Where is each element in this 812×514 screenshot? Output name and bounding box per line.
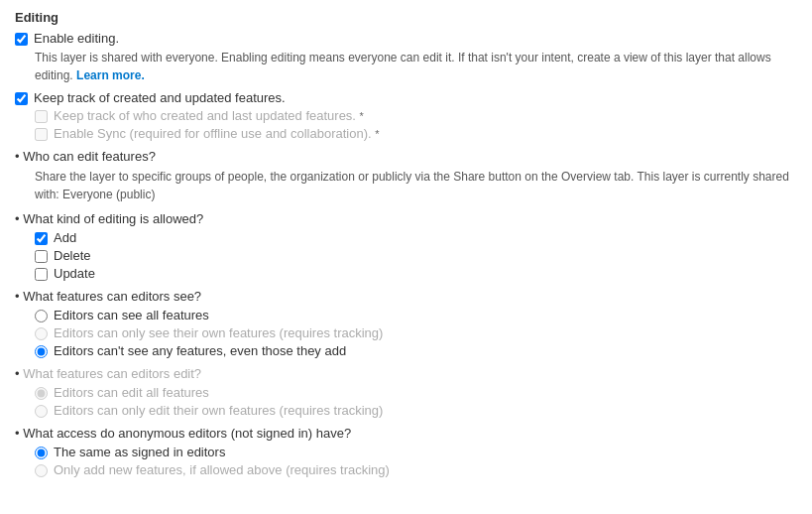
enable-sync-row: Enable Sync (required for offline use an…	[35, 126, 797, 141]
edit-all-radio[interactable]	[35, 387, 48, 400]
edit-own-radio[interactable]	[35, 405, 48, 418]
see-all-row: Editors can see all features	[35, 308, 797, 322]
keep-track-who-row: Keep track of who created and last updat…	[35, 108, 797, 123]
who-can-edit-section: Who can edit features? Share the layer t…	[15, 149, 797, 203]
who-can-edit-label: Who can edit features?	[15, 149, 797, 164]
enable-editing-row: Enable editing.	[15, 31, 797, 46]
same-as-signed-in-row: The same as signed in editors	[35, 445, 797, 459]
learn-more-link[interactable]: Learn more.	[76, 68, 145, 82]
keep-track-label[interactable]: Keep track of created and updated featur…	[34, 90, 286, 105]
see-none-radio[interactable]	[35, 345, 48, 358]
enable-sync-label: Enable Sync (required for offline use an…	[54, 126, 380, 141]
section-title: Editing	[15, 10, 797, 25]
update-checkbox[interactable]	[35, 268, 48, 281]
kind-of-editing-label: What kind of editing is allowed?	[15, 211, 797, 226]
keep-track-checkbox[interactable]	[15, 92, 28, 105]
same-as-signed-in-label[interactable]: The same as signed in editors	[54, 445, 225, 459]
add-label[interactable]: Add	[54, 230, 76, 245]
features-editors-see-label: What features can editors see?	[15, 289, 797, 304]
edit-all-row: Editors can edit all features	[35, 385, 797, 400]
delete-row: Delete	[35, 248, 797, 263]
see-all-radio[interactable]	[35, 310, 48, 322]
anonymous-access-section: What access do anonymous editors (not si…	[15, 426, 797, 477]
see-none-row: Editors can't see any features, even tho…	[35, 343, 797, 358]
editing-section: Editing Enable editing. This layer is sh…	[15, 10, 797, 477]
edit-own-row: Editors can only edit their own features…	[35, 403, 797, 418]
keep-track-row: Keep track of created and updated featur…	[15, 90, 797, 105]
enable-editing-info: This layer is shared with everyone. Enab…	[35, 49, 797, 84]
features-editors-edit-label: What features can editors edit?	[15, 366, 797, 381]
features-editors-see-section: What features can editors see? Editors c…	[15, 289, 797, 358]
enable-sync-checkbox[interactable]	[35, 128, 48, 141]
see-own-label: Editors can only see their own features …	[54, 325, 383, 340]
enable-editing-checkbox[interactable]	[15, 33, 28, 46]
info-text-1: This layer is shared with everyone. Enab…	[35, 51, 771, 82]
add-checkbox[interactable]	[35, 232, 48, 245]
features-editors-edit-section: What features can editors edit? Editors …	[15, 366, 797, 418]
edit-all-label: Editors can edit all features	[54, 385, 209, 400]
kind-of-editing-section: What kind of editing is allowed? Add Del…	[15, 211, 797, 281]
enable-editing-label[interactable]: Enable editing.	[34, 31, 119, 46]
keep-track-who-label: Keep track of who created and last updat…	[54, 108, 364, 123]
see-own-radio[interactable]	[35, 327, 48, 340]
see-own-row: Editors can only see their own features …	[35, 325, 797, 340]
see-all-label[interactable]: Editors can see all features	[54, 308, 209, 322]
add-row: Add	[35, 230, 797, 245]
only-add-label: Only add new features, if allowed above …	[54, 462, 390, 477]
delete-checkbox[interactable]	[35, 250, 48, 263]
keep-track-who-checkbox[interactable]	[35, 110, 48, 123]
only-add-row: Only add new features, if allowed above …	[35, 462, 797, 477]
anonymous-access-label: What access do anonymous editors (not si…	[15, 426, 797, 441]
edit-own-label: Editors can only edit their own features…	[54, 403, 383, 418]
see-none-label[interactable]: Editors can't see any features, even tho…	[54, 343, 346, 358]
only-add-radio[interactable]	[35, 464, 48, 477]
update-label[interactable]: Update	[54, 266, 95, 281]
who-can-edit-description: Share the layer to specific groups of pe…	[35, 168, 797, 203]
delete-label[interactable]: Delete	[54, 248, 91, 263]
update-row: Update	[35, 266, 797, 281]
same-as-signed-in-radio[interactable]	[35, 447, 48, 459]
